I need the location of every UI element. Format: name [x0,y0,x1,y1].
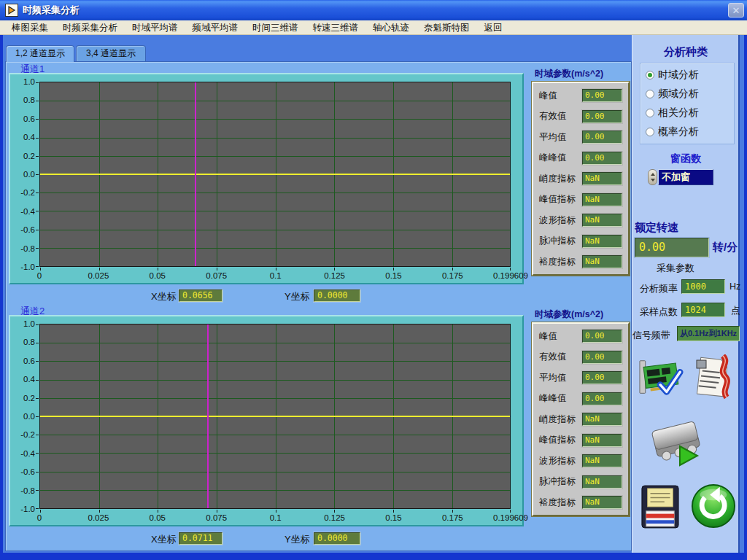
channel2-plot-area[interactable] [39,324,511,509]
param-row: 峰值指标NaN [539,432,622,449]
menu-item-1[interactable]: 棒图采集 [4,21,55,34]
channel2-coordinates: X坐标 0.0711 Y坐标 0.0000 [9,532,524,545]
close-button[interactable]: ✕ [728,3,744,18]
channel2-signal-trace [40,416,510,417]
y-tick-label: -0.4 [20,207,35,216]
param-panel1-rows: 峰值0.00有效值0.00平均值0.00峰峰值0.00峭度指标NaN峰值指标Na… [539,87,622,271]
spinner-up-icon [651,173,655,176]
save-button[interactable] [640,484,680,529]
x-tick-label: 0.025 [88,271,109,280]
menu-item-9[interactable]: 返回 [477,21,510,34]
param-label: 平均值 [539,372,567,384]
param-label: 有效值 [539,351,567,363]
daq-card-check-button[interactable] [639,356,684,400]
menu-item-2[interactable]: 时频采集分析 [55,21,125,34]
param-value: NaN [582,255,622,268]
param-value: NaN [582,235,622,248]
y-tick-mark [36,174,39,175]
y-tick-label: 0.4 [23,133,35,141]
param-row: 有效值0.00 [539,349,622,366]
menu-item-4[interactable]: 频域平均谱 [185,21,246,34]
y-tick-mark [36,490,39,491]
signal-band-label: 信号频带 [632,329,670,342]
x-tick-mark [40,510,41,513]
x-tick-label: 0 [37,513,42,522]
x-tick-label: 0.175 [442,513,463,522]
x-tick-label: 0.05 [150,513,166,522]
menu-item-6[interactable]: 转速三维谱 [306,21,366,34]
y-gridline [40,211,510,211]
y-tick-mark [36,361,39,362]
y-gridline [40,472,510,472]
param-label: 峰值 [539,90,557,102]
title-bar: 时频采集分析 ✕ [0,0,747,20]
x-tick-mark [99,268,100,271]
y-gridline [40,119,510,120]
rated-speed-input[interactable]: 0.00 [635,238,709,257]
window-function-spinner[interactable] [648,169,657,185]
x-tick-mark [452,268,453,271]
menu-item-7[interactable]: 轴心轨迹 [365,21,417,34]
channel2-y-axis: 1.00.80.60.40.20.0-0.2-0.4-0.6-0.8-1.0 [10,324,36,509]
tab-channels-3-4[interactable]: 3,4 通道显示 [76,45,146,62]
y-gridline [40,343,510,343]
param-label: 波形指标 [539,455,576,467]
x-tick-label: 0.199609 [493,271,528,280]
y-coord-label: Y坐标 [285,533,310,546]
analysis-option-1[interactable]: 时域分析 [646,66,734,84]
y-coord-value: 0.0000 [314,289,360,302]
channel1-cursor[interactable] [195,82,196,266]
window-border-left [0,35,3,560]
menu-item-8[interactable]: 奈魁斯特图 [417,21,477,34]
y-tick-mark [36,138,39,139]
x-tick-label: 0.15 [385,513,401,522]
y-tick-label: 1.0 [23,319,35,328]
analysis-option-2[interactable]: 频域分析 [646,85,734,103]
run-analysis-chip-button[interactable] [648,419,706,471]
y-tick-mark [36,453,39,454]
radio-button-icon[interactable] [646,71,654,79]
y-tick-mark [36,435,39,435]
restart-button[interactable] [690,483,737,529]
channel2-chart[interactable]: 1.00.80.60.40.20.0-0.2-0.4-0.6-0.8-1.0 0… [9,315,524,526]
channel2-cursor[interactable] [207,324,209,508]
y-tick-label: -0.8 [20,244,35,253]
param-value: NaN [582,193,622,206]
param-value: 0.00 [582,110,622,123]
analysis-frequency-unit: Hz [729,281,740,292]
x-tick-label: 0.175 [442,271,463,280]
window-function-select[interactable]: 不加窗 [658,169,713,185]
radio-button-icon[interactable] [646,109,654,117]
channel1-coordinates: X坐标 0.0656 Y坐标 0.0000 [9,289,524,303]
param-label: 峰峰值 [539,392,567,405]
y-gridline [40,435,510,435]
x-tick-mark [393,510,394,513]
param-value: 0.00 [582,131,622,144]
analysis-option-4[interactable]: 概率分析 [646,123,734,141]
x-tick-mark [40,268,41,271]
param-value: NaN [582,434,622,447]
radio-button-icon[interactable] [646,128,654,136]
y-gridline [40,398,510,399]
window-title: 时频采集分析 [23,4,80,17]
x-tick-label: 0.125 [324,271,345,280]
sample-points-input[interactable]: 1024 [681,303,725,317]
param-row: 峰值0.00 [539,327,622,345]
param-value: NaN [582,413,622,426]
menu-item-5[interactable]: 时间三维谱 [245,21,306,34]
x-tick-mark [452,510,453,513]
radio-button-icon[interactable] [646,90,654,98]
menu-item-3[interactable]: 时域平均谱 [125,21,185,34]
channel1-plot-area[interactable] [39,82,511,267]
param-label: 裕度指标 [539,256,576,268]
report-button[interactable] [689,354,735,400]
y-tick-mark [36,266,39,267]
analysis-frequency-input[interactable]: 1000 [681,279,725,294]
x-tick-mark [276,510,276,513]
param-label: 平均值 [539,131,567,144]
channel1-chart[interactable]: 1.00.80.60.40.20.0-0.2-0.4-0.6-0.8-1.0 0… [9,73,524,284]
tab-channels-1-2[interactable]: 1,2 通道显示 [6,45,74,62]
x-tick-mark [99,510,100,513]
param-label: 峰峰值 [539,152,567,164]
analysis-option-3[interactable]: 相关分析 [646,104,734,122]
